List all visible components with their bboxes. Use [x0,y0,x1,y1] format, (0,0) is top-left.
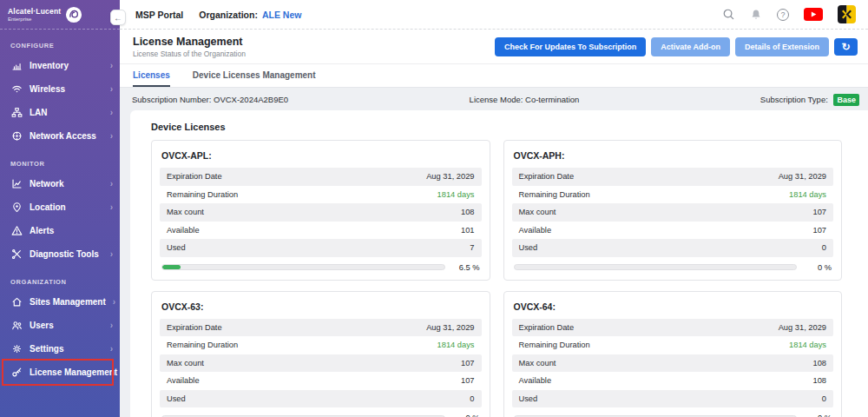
row-max-count: Max count108 [512,354,834,373]
gear-icon [10,343,23,354]
sidebar-item-lan[interactable]: LAN › [0,101,120,124]
main-area: MSP Portal Organization: ALE New ? [120,0,868,417]
ale-swirl-logo-icon [65,6,82,23]
sidebar-item-diagnostic-tools[interactable]: Diagnostic Tools › [0,242,120,266]
network-access-icon [10,130,23,142]
row-remaining-duration: Remaining Duration1814 days [512,186,834,204]
chevron-right-icon: › [110,108,113,117]
chevron-right-icon: › [110,202,113,212]
page-header: License Management License Status of the… [120,30,868,63]
row-remaining-duration: Remaining Duration1814 days [512,336,834,354]
chevron-right-icon: › [110,321,113,330]
inventory-icon [10,60,23,71]
sidebar-item-label: License Management [30,367,117,377]
sidebar-item-wireless[interactable]: Wireless › [0,77,120,101]
tools-icon [10,248,23,260]
user-avatar[interactable] [838,5,856,23]
arrow-left-icon: ← [114,13,122,23]
sidebar-item-label: Users [30,321,103,330]
sidebar-item-label: Settings [30,344,103,354]
sidebar-item-settings[interactable]: Settings › [0,337,120,361]
row-available: Available101 [160,222,482,240]
usage-progress: 6.5 % [160,263,482,272]
brand-logo: Alcatel·Lucent Enterprise [0,0,120,30]
sidebar-collapse-button[interactable]: ← [110,10,126,25]
subscription-type-badge: Base [833,94,859,106]
search-icon[interactable] [722,8,735,21]
sidebar-item-inventory[interactable]: Inventory › [0,54,120,77]
refresh-icon: ↻ [841,41,850,53]
network-chart-icon [10,178,23,189]
chevron-right-icon: › [110,84,113,94]
brand-subtitle: Enterprise [8,17,61,22]
page-title: License Management [133,36,246,48]
row-remaining-duration: Remaining Duration1814 days [160,186,482,204]
sidebar-section-monitor: MONITOR Network › Location › [0,153,120,266]
sidebar-item-location[interactable]: Location › [0,195,120,219]
card-title: OVCX-APL: [160,148,482,168]
usage-progress: 0 % [512,414,834,417]
sidebar-item-sites-management[interactable]: Sites Management › [0,290,120,314]
sidebar-item-label: Sites Management [30,297,106,307]
row-expiration-date: Expiration DateAug 31, 2029 [512,168,834,186]
usage-progress: 0 % [160,414,482,417]
sidebar-item-label: Network Access [30,131,103,141]
refresh-button[interactable]: ↻ [834,38,858,56]
row-expiration-date: Expiration DateAug 31, 2029 [160,168,482,186]
sidebar-item-label: Location [30,202,103,212]
sidebar-item-users[interactable]: Users › [0,314,120,337]
brand-name: Alcatel·Lucent [8,7,61,16]
sidebar-item-network-access[interactable]: Network Access › [0,124,120,148]
license-card-ovcx-64: OVCX-64: Expiration DateAug 31, 2029 Rem… [503,291,843,417]
organization-value-link[interactable]: ALE New [262,10,302,20]
card-title: OVCX-APH: [512,148,834,168]
youtube-icon[interactable] [804,8,823,21]
wifi-icon [10,83,23,95]
tab-bar: Licenses Device Licenses Management [120,63,868,88]
card-title: OVCX-64: [512,299,834,319]
help-icon[interactable]: ? [777,9,789,21]
progress-track [161,264,445,270]
details-extension-button[interactable]: Details of Extension [735,37,829,56]
alert-triangle-icon [10,225,23,236]
usage-percent: 0 % [806,414,832,417]
usage-percent: 0 % [806,263,832,272]
section-label: ORGANIZATION [0,271,120,290]
portal-title: MSP Portal [135,10,183,20]
license-card-ovcx-aph: OVCX-APH: Expiration DateAug 31, 2029 Re… [503,140,843,281]
progress-fill [162,265,181,269]
card-title: OVCX-63: [160,299,482,319]
license-cards-grid: OVCX-APL: Expiration DateAug 31, 2029 Re… [151,140,842,417]
row-used: Used0 [512,239,834,257]
row-used: Used7 [160,239,482,257]
sidebar-item-alerts[interactable]: Alerts [0,219,120,242]
license-card-ovcx-63: OVCX-63: Expiration DateAug 31, 2029 Rem… [151,291,490,417]
activate-addon-button[interactable]: Activate Add-on [651,37,730,56]
device-licenses-heading: Device Licenses [151,122,842,132]
top-bar: MSP Portal Organization: ALE New ? [120,0,868,30]
license-mode: License Mode: Co-termination [470,95,580,104]
bell-icon[interactable] [750,9,762,21]
chevron-right-icon: › [110,131,113,141]
usage-percent: 0 % [454,414,480,417]
tab-device-licenses-management[interactable]: Device Licenses Management [193,64,316,87]
row-available: Available107 [160,372,482,390]
row-max-count: Max count108 [160,203,482,222]
sidebar-item-license-management[interactable]: License Management [0,361,120,384]
key-icon [10,367,23,378]
home-icon [10,296,23,308]
sidebar-section-configure: CONFIGURE Inventory › Wireless › [0,35,120,148]
section-label: CONFIGURE [0,35,120,54]
usage-progress: 0 % [512,263,834,272]
chevron-right-icon: › [110,61,113,70]
tab-licenses[interactable]: Licenses [133,64,170,87]
row-available: Available108 [512,372,834,390]
row-available: Available107 [512,222,834,240]
check-updates-button[interactable]: Check For Updates To Subscription [495,37,646,56]
subscription-info-row: Subscription Number: OVCX-2024A2B9E0 Lic… [120,88,868,110]
chevron-right-icon: › [113,297,115,307]
sidebar-item-network[interactable]: Network › [0,172,120,195]
section-label: MONITOR [0,153,120,172]
subscription-number: Subscription Number: OVCX-2024A2B9E0 [132,95,288,104]
device-licenses-panel: Device Licenses OVCX-APL: Expiration Dat… [130,110,868,417]
